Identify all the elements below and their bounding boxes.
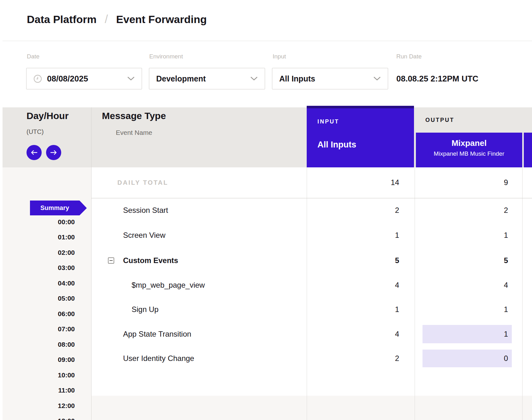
- row-label: Session Start: [123, 203, 168, 218]
- hour-row-08[interactable]: 08:00: [3, 337, 75, 352]
- row-output-value: 1: [416, 228, 508, 243]
- hour-row-06[interactable]: 06:00: [3, 306, 75, 321]
- hour-row-12[interactable]: 12:00: [3, 398, 75, 413]
- column-divider: [415, 167, 415, 420]
- environment-select[interactable]: Development: [149, 68, 265, 89]
- row-label: App State Transition: [123, 327, 191, 342]
- chevron-down-icon: [127, 76, 135, 81]
- hour-row-05[interactable]: 05:00: [3, 291, 75, 306]
- row-label: User Identity Change: [123, 351, 194, 366]
- hour-row-13[interactable]: 13:00: [3, 413, 75, 420]
- row-input-value: 2: [307, 351, 399, 366]
- breadcrumb: Data Platform / Event Forwarding: [27, 13, 207, 26]
- row-label: Sign Up: [132, 302, 158, 317]
- output-column-header[interactable]: Mixpanel Mixpanel MB Music Finder: [416, 133, 522, 167]
- hour-row-11[interactable]: 11:00: [3, 383, 75, 398]
- previous-day-button[interactable]: [27, 145, 42, 160]
- next-day-button[interactable]: [46, 145, 61, 160]
- event-forwarding-page: Data Platform / Event Forwarding Date En…: [0, 0, 532, 420]
- column-divider: [522, 167, 523, 420]
- arrow-left-icon: [31, 150, 38, 155]
- breadcrumb-separator: /: [105, 13, 108, 26]
- row-output-value: 2: [416, 203, 508, 218]
- summary-tab[interactable]: Summary: [30, 201, 80, 215]
- row-output-value: 4: [416, 278, 508, 293]
- event-name-subtitle: Event Name: [116, 129, 152, 136]
- input-kicker: INPUT: [317, 118, 339, 125]
- row-input-value: 4: [307, 327, 399, 342]
- hour-row-10[interactable]: 10:00: [3, 368, 75, 383]
- left-gutter: [0, 0, 3, 420]
- row-label: Screen View: [123, 228, 165, 243]
- date-value: 08/08/2025: [47, 74, 88, 84]
- hour-row-01[interactable]: 01:00: [3, 230, 75, 245]
- run-date-label: Run Date: [396, 53, 422, 60]
- row-label: $mp_web_page_view: [132, 278, 205, 293]
- next-output-column-stub: [524, 133, 532, 167]
- page-title: Event Forwarding: [116, 13, 207, 26]
- run-date-value: 08.08.25 2:12PM UTC: [396, 68, 478, 89]
- breadcrumb-parent-link[interactable]: Data Platform: [27, 13, 97, 26]
- input-value: All Inputs: [279, 74, 315, 83]
- row-label: Custom Events: [123, 253, 178, 268]
- hour-row-04[interactable]: 04:00: [3, 276, 75, 291]
- day-hour-subtitle: (UTC): [27, 128, 44, 135]
- hour-row-02[interactable]: 02:00: [3, 245, 75, 260]
- chevron-down-icon: [250, 76, 258, 81]
- hour-row-00[interactable]: 00:00: [3, 214, 75, 230]
- daily-total-input-value: 14: [307, 175, 399, 190]
- chevron-down-icon: [373, 76, 381, 81]
- row-output-value: 0: [416, 351, 508, 366]
- environment-value: Development: [156, 74, 206, 83]
- daily-total-label: DAILY TOTAL: [117, 175, 168, 190]
- daily-total-output-value: 9: [416, 175, 508, 190]
- clock-icon: [33, 75, 42, 83]
- input-column-header: INPUT All Inputs: [307, 106, 414, 167]
- row-input-value: 2: [307, 203, 399, 218]
- output-column-title: Mixpanel: [416, 138, 522, 148]
- minus-glyph: [109, 260, 113, 261]
- input-label: Input: [273, 53, 286, 60]
- row-input-value: 5: [307, 253, 399, 268]
- output-kicker: OUTPUT: [425, 117, 454, 123]
- output-column-subtitle: Mixpanel MB Music Finder: [416, 150, 522, 157]
- rail-divider: [91, 107, 92, 420]
- hour-row-09[interactable]: 09:00: [3, 352, 75, 367]
- day-hour-title: Day/Hour: [27, 111, 68, 121]
- hour-row-03[interactable]: 03:00: [3, 260, 75, 275]
- input-column-title: All Inputs: [317, 140, 356, 150]
- environment-label: Environment: [149, 53, 183, 60]
- row-input-value: 1: [307, 302, 399, 317]
- daily-total-divider: [91, 198, 532, 198]
- input-select[interactable]: All Inputs: [272, 68, 388, 89]
- row-input-value: 4: [307, 278, 399, 293]
- collapse-icon[interactable]: [108, 257, 114, 264]
- message-type-title: Message Type: [102, 111, 166, 121]
- arrow-right-icon: [50, 150, 57, 155]
- row-output-value: 1: [416, 327, 508, 342]
- date-select[interactable]: 08/08/2025: [26, 68, 142, 89]
- row-input-value: 1: [307, 228, 399, 243]
- row-output-value: 1: [416, 302, 508, 317]
- hour-row-07[interactable]: 07:00: [3, 321, 75, 337]
- row-output-value: 5: [416, 253, 508, 268]
- date-label: Date: [27, 53, 39, 60]
